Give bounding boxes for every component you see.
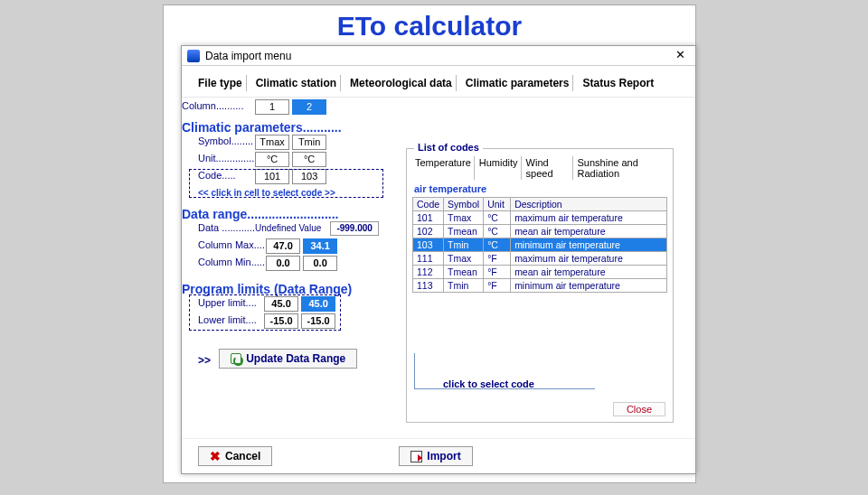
codes-subtabs: Temperature Humidity Wind speed Sunshine… [407, 149, 673, 183]
code-cell-2[interactable]: 103 [292, 169, 326, 184]
colmax-1[interactable]: 47.0 [266, 238, 300, 254]
tab-climatic-parameters[interactable]: Climatic parameters [462, 75, 574, 91]
section-climatic-parameters: Climatic parameters........... [182, 120, 399, 135]
import-icon [410, 451, 422, 462]
code-label: Code..... [198, 170, 252, 181]
tab-file-type[interactable]: File type [194, 75, 247, 91]
colmin-2[interactable]: 0.0 [303, 256, 337, 271]
tab-status-report[interactable]: Status Report [579, 75, 657, 91]
subtab-humidity[interactable]: Humidity [476, 156, 522, 180]
codes-row[interactable]: 101Tmax°Cmaximum air temperature [413, 211, 667, 225]
codes-select-hint: click to select code [443, 378, 534, 389]
lower-label: Lower limit.... [198, 314, 261, 325]
refresh-icon [231, 353, 241, 364]
codes-row[interactable]: 112Tmean°Fmean air temperature [413, 266, 667, 279]
update-data-range-button[interactable]: Update Data Range [219, 349, 357, 369]
codes-table: Code Symbol Unit Description 101Tmax°Cma… [412, 197, 667, 293]
code-select-hint: << click in cell to select code >> [198, 188, 399, 198]
upper-label: Upper limit.... [198, 297, 261, 308]
codes-row[interactable]: 102Tmean°Cmean air temperature [413, 225, 667, 238]
upper-2[interactable]: 45.0 [301, 296, 335, 312]
subtab-sunshine[interactable]: Sunshine and Radiation [575, 156, 667, 180]
window-close-button[interactable]: ✕ [670, 49, 690, 63]
unit-label: Unit.............. [198, 153, 252, 163]
column-cell-1[interactable]: 1 [255, 99, 289, 115]
code-cell-1[interactable]: 101 [255, 169, 289, 184]
symbol-cell-1[interactable]: Tmax [255, 135, 289, 150]
colmin-label: Column Min..... [198, 257, 263, 267]
colmax-label: Column Max.... [198, 239, 263, 250]
section-data-range: Data range.......................... [182, 207, 399, 221]
cancel-icon: ✖ [210, 451, 221, 462]
undef-label: Undefined Value [255, 223, 327, 233]
undef-value[interactable]: -999.000 [330, 221, 379, 236]
codes-header-row: Code Symbol Unit Description [413, 198, 667, 211]
lower-2[interactable]: -15.0 [301, 313, 335, 329]
codes-panel: List of codes Temperature Humidity Wind … [406, 148, 674, 423]
tab-meteorological-data[interactable]: Meteorological data [346, 75, 457, 91]
app-title: ETo calculator [164, 5, 695, 42]
dialog-tabs: File type Climatic station Meteorologica… [182, 66, 695, 98]
unit-cell-2[interactable]: °C [292, 152, 326, 167]
subtab-wind[interactable]: Wind speed [524, 156, 573, 180]
lower-1[interactable]: -15.0 [264, 313, 298, 329]
subtab-temperature[interactable]: Temperature [412, 156, 475, 180]
codes-row-selected[interactable]: 103Tmin°Cminimum air temperature [413, 238, 667, 252]
colmin-1[interactable]: 0.0 [266, 256, 300, 271]
codes-panel-legend: List of codes [414, 142, 483, 153]
codes-row[interactable]: 111Tmax°Fmaximum air temperature [413, 252, 667, 266]
codes-caption: air temperature [407, 183, 673, 197]
codes-close-button[interactable]: Close [613, 402, 665, 416]
app-icon [187, 50, 200, 62]
symbol-label: Symbol........ [198, 135, 252, 146]
unit-cell-1[interactable]: °C [255, 152, 289, 167]
symbol-cell-2[interactable]: Tmin [292, 135, 326, 150]
column-cell-2[interactable]: 2 [292, 99, 326, 115]
data-import-dialog: Data import menu ✕ File type Climatic st… [181, 45, 696, 474]
section-program-limits: Program limits (Data Range) [182, 282, 399, 296]
cancel-button[interactable]: ✖ Cancel [198, 446, 272, 466]
upper-1[interactable]: 45.0 [264, 296, 298, 312]
dialog-titlebar: Data import menu ✕ [182, 46, 695, 66]
tab-climatic-station[interactable]: Climatic station [252, 75, 341, 91]
colmax-2[interactable]: 34.1 [303, 238, 337, 254]
dialog-title: Data import menu [205, 50, 291, 62]
codes-row[interactable]: 113Tmin°Fminimum air temperature [413, 279, 667, 293]
data-label: Data ............ [198, 222, 252, 233]
import-button[interactable]: Import [399, 446, 472, 466]
column-label: Column.......... [182, 100, 252, 111]
update-arrow: >> [198, 354, 211, 367]
